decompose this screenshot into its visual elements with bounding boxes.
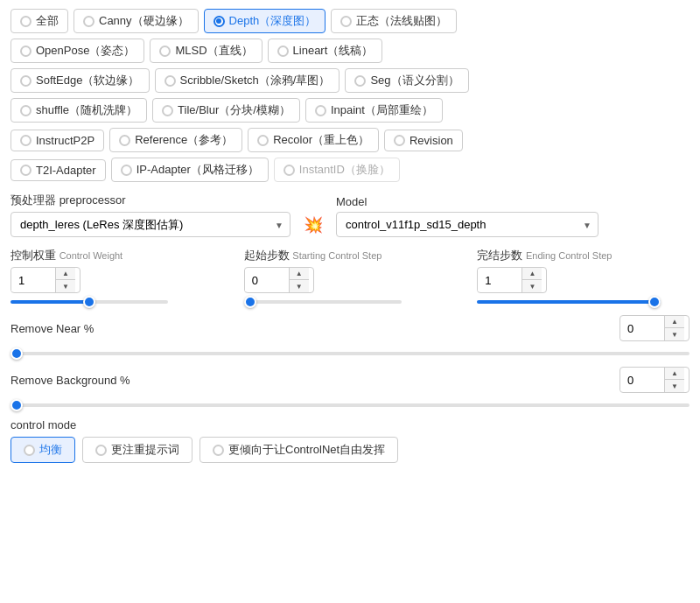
remove-near-label: Remove Near % — [10, 322, 94, 335]
starting-step-input[interactable] — [245, 270, 289, 291]
starting-step-label-zh: 起始步数 — [244, 249, 290, 262]
model-group: Model control_v11f1p_sd15_depth control_… — [336, 195, 598, 237]
ending-step-spinners: ▲ ▼ — [522, 268, 542, 292]
tab-openpose[interactable]: OpenPose（姿态） — [10, 39, 144, 63]
remove-bg-down[interactable]: ▼ — [665, 380, 684, 392]
control-weight-spinner: ▲ ▼ — [10, 267, 80, 293]
tab-normal-label: 正态（法线贴图） — [356, 13, 447, 29]
control-weight-down[interactable]: ▼ — [56, 280, 75, 292]
radio-circle — [121, 165, 132, 176]
model-label: Model — [336, 195, 598, 208]
remove-near-down[interactable]: ▼ — [665, 328, 684, 340]
mode-controlnet-circle — [213, 445, 224, 456]
remove-bg-header: Remove Background % ▲ ▼ — [10, 367, 690, 393]
preprocessor-label-en: preprocessor — [60, 193, 126, 207]
ending-step-label-en: Ending Control Step — [526, 250, 612, 261]
tab-ip-adapter-label: IP-Adapter（风格迁移） — [136, 162, 259, 178]
remove-bg-label: Remove Background % — [10, 374, 130, 387]
radio-circle-active — [214, 16, 225, 27]
radio-circle — [340, 16, 352, 27]
preprocessor-label: 预处理器 preprocessor — [10, 193, 290, 208]
controlnet-panel: 全部 Canny（硬边缘） Depth（深度图） 正态（法线贴图） OpenPo… — [10, 9, 690, 463]
tab-ip-adapter[interactable]: IP-Adapter（风格迁移） — [111, 158, 269, 182]
radio-circle — [284, 165, 295, 176]
control-weight-up[interactable]: ▲ — [56, 268, 75, 280]
tab-softedge[interactable]: SoftEdge（软边缘） — [10, 68, 150, 93]
model-label-text: Model — [336, 195, 367, 208]
remove-near-slider[interactable] — [10, 352, 690, 355]
mode-controlnet[interactable]: 更倾向于让ControlNet自由发挥 — [200, 437, 398, 463]
control-weight-label-zh: 控制权重 — [10, 249, 56, 262]
radio-circle — [20, 16, 32, 27]
remove-bg-slider[interactable] — [10, 403, 690, 407]
tab-revision[interactable]: Revision — [384, 130, 463, 151]
tab-depth-label: Depth（深度图） — [229, 13, 317, 29]
tab-lineart[interactable]: Lineart（线稿） — [268, 39, 383, 63]
tab-softedge-label: SoftEdge（软边缘） — [36, 73, 140, 88]
run-preprocessor-button[interactable]: 💥 — [303, 214, 324, 235]
radio-circle — [20, 75, 32, 87]
remove-bg-input[interactable] — [620, 370, 664, 390]
tab-tile-label: Tile/Blur（分块/模糊） — [178, 102, 290, 118]
tab-instructp2p[interactable]: InstructP2P — [10, 130, 104, 151]
starting-step-group: 起始步数 Starting Control Step ▲ ▼ — [244, 248, 457, 306]
tab-shuffle[interactable]: shuffle（随机洗牌） — [10, 98, 147, 123]
tab-reference[interactable]: Reference（参考） — [109, 128, 242, 152]
ending-step-down[interactable]: ▼ — [522, 280, 542, 292]
mode-balanced-circle — [24, 445, 35, 456]
radio-circle — [164, 75, 176, 87]
controls-row: 控制权重 Control Weight ▲ ▼ 起始步数 Starting Co… — [10, 248, 690, 306]
starting-step-slider[interactable] — [244, 300, 402, 304]
preprocessor-label-zh: 预处理器 — [10, 193, 56, 207]
preprocessor-select[interactable]: depth_leres (LeRes 深度图估算) depth_midas de… — [10, 212, 290, 237]
tab-recolor[interactable]: Recolor（重上色） — [248, 128, 379, 152]
ending-step-spinner: ▲ ▼ — [477, 267, 547, 293]
remove-bg-section: Remove Background % ▲ ▼ — [10, 367, 690, 410]
radio-circle — [162, 105, 173, 116]
model-select-wrapper: control_v11f1p_sd15_depth control_v11f1e… — [336, 212, 598, 237]
ending-step-up[interactable]: ▲ — [522, 268, 542, 280]
model-select[interactable]: control_v11f1p_sd15_depth control_v11f1e… — [336, 212, 598, 237]
tab-depth[interactable]: Depth（深度图） — [204, 9, 326, 33]
starting-step-label: 起始步数 Starting Control Step — [244, 248, 457, 263]
tab-t2i-label: T2I-Adapter — [36, 164, 96, 177]
tab-tile[interactable]: Tile/Blur（分块/模糊） — [152, 98, 300, 123]
control-weight-input[interactable] — [11, 270, 55, 291]
remove-bg-up[interactable]: ▲ — [665, 368, 684, 380]
ending-step-slider[interactable] — [477, 300, 661, 304]
remove-near-value-wrap: ▲ ▼ — [620, 315, 690, 341]
tab-inpaint[interactable]: Inpaint（局部重绘） — [305, 98, 443, 123]
starting-step-up[interactable]: ▲ — [290, 268, 309, 280]
remove-near-input[interactable] — [620, 319, 664, 339]
ending-step-input[interactable] — [478, 270, 522, 291]
tab-all-label: 全部 — [36, 13, 59, 29]
radio-circle — [20, 135, 32, 146]
tab-canny[interactable]: Canny（硬边缘） — [74, 9, 199, 33]
tab-scribble[interactable]: Scribble/Sketch（涂鸦/草图） — [155, 68, 340, 93]
tab-all[interactable]: 全部 — [10, 9, 68, 33]
tab-mlsd[interactable]: MLSD（直线） — [150, 39, 262, 63]
tab-seg[interactable]: Seg（语义分割） — [345, 68, 468, 93]
control-weight-label: 控制权重 Control Weight — [10, 248, 223, 263]
tab-normal[interactable]: 正态（法线贴图） — [331, 9, 457, 33]
remove-bg-value-wrap: ▲ ▼ — [620, 367, 690, 393]
starting-step-label-en: Starting Control Step — [292, 250, 382, 261]
starting-step-down[interactable]: ▼ — [290, 280, 309, 292]
tab-row-6: T2I-Adapter IP-Adapter（风格迁移） InstantID（换… — [10, 158, 690, 182]
tab-row-4: shuffle（随机洗牌） Tile/Blur（分块/模糊） Inpaint（局… — [10, 98, 690, 123]
remove-near-up[interactable]: ▲ — [665, 316, 684, 328]
remove-bg-spinners: ▲ ▼ — [664, 368, 684, 392]
radio-circle — [394, 135, 405, 146]
control-weight-slider[interactable] — [10, 300, 168, 304]
mode-prompt[interactable]: 更注重提示词 — [82, 437, 192, 463]
tab-t2i[interactable]: T2I-Adapter — [10, 159, 106, 181]
remove-near-spinners: ▲ ▼ — [664, 316, 684, 340]
tab-reference-label: Reference（参考） — [135, 132, 233, 148]
tab-revision-label: Revision — [410, 134, 453, 147]
mode-prompt-label: 更注重提示词 — [111, 442, 179, 458]
mode-balanced[interactable]: 均衡 — [10, 437, 75, 463]
tab-instantid[interactable]: InstantID（换脸） — [274, 158, 400, 182]
control-mode-section: control mode 均衡 更注重提示词 更倾向于让ControlNet自由… — [10, 418, 690, 463]
radio-circle — [277, 46, 289, 57]
tab-recolor-label: Recolor（重上色） — [273, 132, 369, 148]
